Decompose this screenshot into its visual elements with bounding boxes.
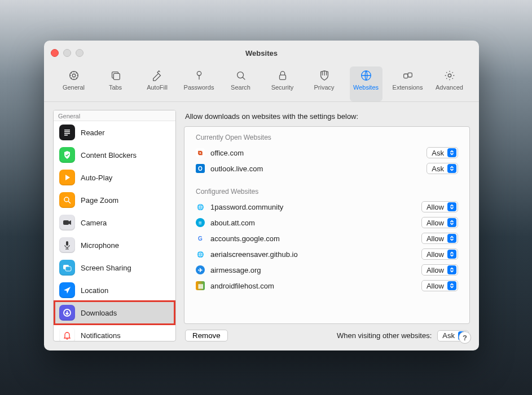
- svg-rect-12: [64, 131, 70, 132]
- tab-websites[interactable]: Websites: [350, 66, 382, 101]
- zoom-icon: [59, 192, 75, 208]
- settings-pane: Allow downloads on websites with the set…: [184, 110, 470, 341]
- website-setting-value: Allow: [427, 219, 444, 227]
- website-row[interactable]: ≡about.att.comAllow: [184, 215, 469, 230]
- tab-tabs[interactable]: Tabs: [99, 66, 132, 101]
- website-setting-select[interactable]: Allow: [421, 217, 458, 228]
- website-row[interactable]: Gaccounts.google.comAllow: [184, 230, 469, 246]
- sidebar-item-label: Page Zoom: [81, 196, 118, 205]
- help-button[interactable]: ?: [459, 331, 471, 344]
- sidebar-item-auto-play[interactable]: Auto-Play: [54, 166, 175, 189]
- sidebar-item-microphone[interactable]: Microphone: [54, 234, 175, 256]
- sidebar-item-label: Reader: [81, 128, 105, 137]
- svg-point-10: [448, 74, 451, 77]
- favicon-icon: O: [196, 164, 205, 173]
- chevron-updown-icon: [447, 218, 456, 227]
- website-row[interactable]: 🌐aerialscreensaver.github.ioAllow: [184, 246, 469, 262]
- tab-passwords[interactable]: Passwords: [183, 66, 216, 101]
- svg-rect-8: [403, 74, 407, 78]
- pane-description: Allow downloads on websites with the set…: [184, 110, 470, 126]
- website-setting-value: Ask: [432, 165, 444, 173]
- search-icon: [235, 69, 247, 82]
- svg-point-16: [64, 197, 69, 202]
- website-row[interactable]: ▤androidfilehost.comAllow: [184, 278, 469, 294]
- close-button[interactable]: [51, 49, 59, 57]
- svg-rect-11: [64, 130, 70, 131]
- website-domain: office.com: [210, 149, 421, 157]
- website-domain: 1password.community: [210, 203, 416, 211]
- svg-rect-17: [63, 220, 69, 225]
- tab-general[interactable]: General: [58, 66, 90, 101]
- screens-icon: [59, 260, 75, 276]
- tab-search[interactable]: Search: [225, 66, 257, 101]
- website-row[interactable]: ✈airmessage.orgAllow: [184, 262, 469, 278]
- website-setting-select[interactable]: Allow: [421, 201, 458, 212]
- website-setting-select[interactable]: Ask: [427, 163, 458, 174]
- remove-button[interactable]: Remove: [185, 330, 228, 341]
- sidebar-item-downloads[interactable]: Downloads: [54, 301, 175, 324]
- svg-point-0: [69, 72, 78, 80]
- favicon-icon: 🌐: [196, 250, 205, 259]
- website-setting-select[interactable]: Allow: [421, 248, 458, 260]
- chevron-updown-icon: [447, 202, 456, 211]
- sidebar-item-label: Content Blockers: [81, 151, 137, 159]
- website-row[interactable]: Ooutlook.live.comAsk: [184, 161, 469, 176]
- website-setting-value: Allow: [427, 282, 444, 290]
- sidebar-item-page-zoom[interactable]: Page Zoom: [54, 189, 175, 211]
- website-setting-value: Allow: [427, 266, 444, 274]
- play-icon: [59, 170, 75, 185]
- svg-point-1: [72, 74, 76, 77]
- website-row[interactable]: 🌐1password.communityAllow: [184, 199, 469, 215]
- svg-rect-3: [113, 73, 120, 79]
- svg-marker-18: [69, 220, 71, 225]
- svg-point-5: [237, 72, 243, 78]
- website-setting-select[interactable]: Allow: [421, 233, 458, 244]
- sidebar-item-camera[interactable]: Camera: [54, 211, 175, 234]
- tab-security[interactable]: Security: [266, 66, 299, 101]
- sidebar-item-location[interactable]: Location: [54, 279, 175, 301]
- sidebar-item-reader[interactable]: Reader: [54, 121, 175, 144]
- svg-rect-13: [64, 133, 70, 134]
- chevron-updown-icon: [447, 281, 456, 290]
- tab-privacy[interactable]: Privacy: [308, 66, 341, 101]
- sidebar-item-label: Microphone: [81, 241, 119, 250]
- tab-autofill[interactable]: AutoFill: [141, 66, 174, 101]
- minimize-button[interactable]: [63, 49, 71, 57]
- download-icon: [59, 305, 75, 321]
- website-row[interactable]: ⧉office.comAsk: [184, 145, 469, 161]
- tab-advanced[interactable]: Advanced: [433, 66, 466, 101]
- extensions-icon: [402, 69, 414, 82]
- svg-rect-9: [408, 73, 412, 77]
- favicon-icon: ✈: [196, 265, 205, 274]
- sidebar-item-content-blockers[interactable]: Content Blockers: [54, 144, 175, 166]
- other-websites-label: When visiting other websites:: [337, 331, 432, 340]
- shield-icon: [59, 147, 75, 163]
- window-controls: [51, 49, 83, 57]
- autofill-icon: [151, 69, 164, 82]
- website-setting-select[interactable]: Allow: [421, 280, 458, 291]
- favicon-icon: ▤: [196, 281, 205, 290]
- microphone-icon: [59, 237, 75, 253]
- sidebar-item-notifications[interactable]: Notifications: [54, 324, 175, 341]
- website-domain: accounts.google.com: [210, 234, 416, 243]
- favicon-icon: 🌐: [196, 202, 205, 211]
- reader-icon: [59, 125, 75, 140]
- chevron-updown-icon: [447, 148, 456, 157]
- open-websites-header: Currently Open Websites: [184, 130, 469, 145]
- preferences-window: Websites GeneralTabsAutoFillPasswordsSea…: [44, 41, 479, 350]
- website-setting-select[interactable]: Allow: [421, 264, 458, 276]
- bell-icon: [59, 327, 75, 341]
- sidebar-item-label: Location: [81, 286, 108, 295]
- zoom-button[interactable]: [76, 49, 83, 57]
- chevron-updown-icon: [447, 234, 456, 243]
- website-domain: outlook.live.com: [210, 165, 421, 173]
- website-domain: aerialscreensaver.github.io: [210, 250, 416, 259]
- sidebar-item-label: Auto-Play: [81, 174, 112, 182]
- tab-extensions[interactable]: Extensions: [392, 66, 424, 101]
- passwords-icon: [193, 69, 205, 82]
- website-setting-select[interactable]: Ask: [427, 147, 458, 158]
- website-setting-value: Allow: [427, 250, 444, 259]
- sidebar-item-screen-sharing[interactable]: Screen Sharing: [54, 256, 175, 279]
- favicon-icon: ⧉: [196, 148, 205, 157]
- window-title: Websites: [44, 49, 479, 57]
